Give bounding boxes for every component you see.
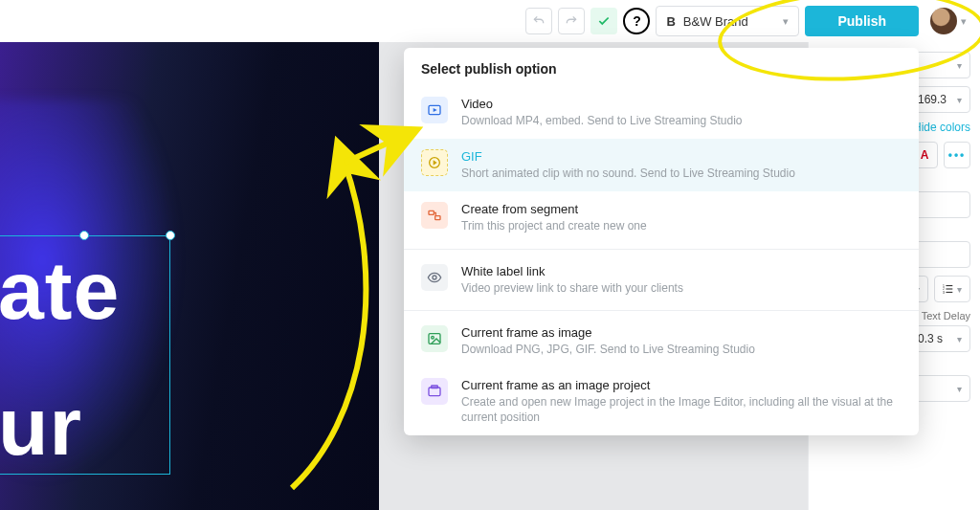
svg-point-14	[432, 336, 434, 339]
publish-option-gif[interactable]: GIF Short animated clip with no sound. S…	[404, 139, 919, 191]
top-toolbar: ? B B&W Brand ▾ Publish ▾	[0, 0, 980, 42]
list-style-button[interactable]: 123 ▾	[934, 276, 970, 302]
separator	[404, 249, 919, 250]
svg-rect-16	[432, 386, 438, 388]
avatar	[930, 8, 957, 34]
image-project-icon	[421, 378, 448, 405]
svg-rect-13	[429, 333, 440, 344]
canvas-text-line1[interactable]: ate	[0, 249, 120, 331]
svg-marker-7	[434, 108, 437, 112]
publish-option-segment[interactable]: Create from segment Trim this project an…	[404, 191, 919, 244]
option-title: Current frame as image	[461, 325, 755, 340]
option-title: Current frame as an image project	[461, 378, 902, 392]
help-button[interactable]: ?	[623, 8, 650, 34]
option-desc: Create and open new Image project in the…	[461, 394, 902, 425]
svg-marker-9	[434, 161, 437, 166]
redo-button[interactable]	[558, 8, 585, 34]
svg-point-12	[433, 276, 436, 279]
video-canvas[interactable]: ate ur	[0, 42, 379, 510]
publish-button[interactable]: Publish	[805, 6, 919, 36]
more-text-options-button[interactable]: •••	[944, 142, 970, 168]
publish-option-frame-project[interactable]: Current frame as an image project Create…	[404, 367, 919, 435]
segment-icon	[421, 202, 448, 229]
option-title: Video	[461, 97, 743, 111]
publish-option-video[interactable]: Video Download MP4, embed. Send to Live …	[404, 86, 919, 139]
option-desc: Download PNG, JPG, GIF. Send to Live Str…	[461, 342, 755, 357]
resize-handle-top-middle[interactable]	[79, 231, 89, 240]
undo-button[interactable]	[525, 8, 552, 34]
canvas-text-line2[interactable]: ur	[0, 385, 82, 467]
image-icon	[421, 325, 448, 352]
save-status-icon[interactable]	[590, 8, 617, 34]
brand-selector[interactable]: B B&W Brand ▾	[656, 6, 799, 36]
brand-selector-label: B&W Brand	[683, 14, 748, 29]
hide-colors-link[interactable]: Hide colors	[913, 121, 970, 134]
svg-rect-10	[429, 211, 434, 215]
chevron-down-icon: ▾	[783, 15, 789, 28]
publish-options-dropdown: Select publish option Video Download MP4…	[404, 48, 919, 435]
option-title: White label link	[461, 264, 683, 278]
option-desc: Video preview link to share with your cl…	[461, 280, 683, 296]
publish-option-frame-image[interactable]: Current frame as image Download PNG, JPG…	[404, 315, 919, 367]
video-icon	[421, 97, 448, 123]
option-desc: Download MP4, embed. Send to Live Stream…	[461, 113, 743, 128]
publish-option-whitelabel[interactable]: White label link Video preview link to s…	[404, 254, 919, 306]
eye-icon	[421, 264, 448, 291]
separator	[404, 310, 919, 311]
option-desc: Trim this project and create new one	[461, 218, 647, 233]
option-title: Create from segment	[461, 202, 647, 216]
option-title: GIF	[461, 149, 795, 164]
brand-prefix-icon: B	[666, 14, 675, 29]
gif-icon	[421, 149, 448, 176]
option-desc: Short animated clip with no sound. Send …	[461, 166, 795, 181]
svg-rect-11	[435, 216, 440, 220]
chevron-down-icon: ▾	[961, 15, 967, 28]
svg-text:3: 3	[943, 291, 945, 295]
publish-panel-header: Select publish option	[404, 48, 919, 86]
account-menu[interactable]: ▾	[930, 8, 967, 34]
resize-handle-top-right[interactable]	[166, 231, 175, 240]
